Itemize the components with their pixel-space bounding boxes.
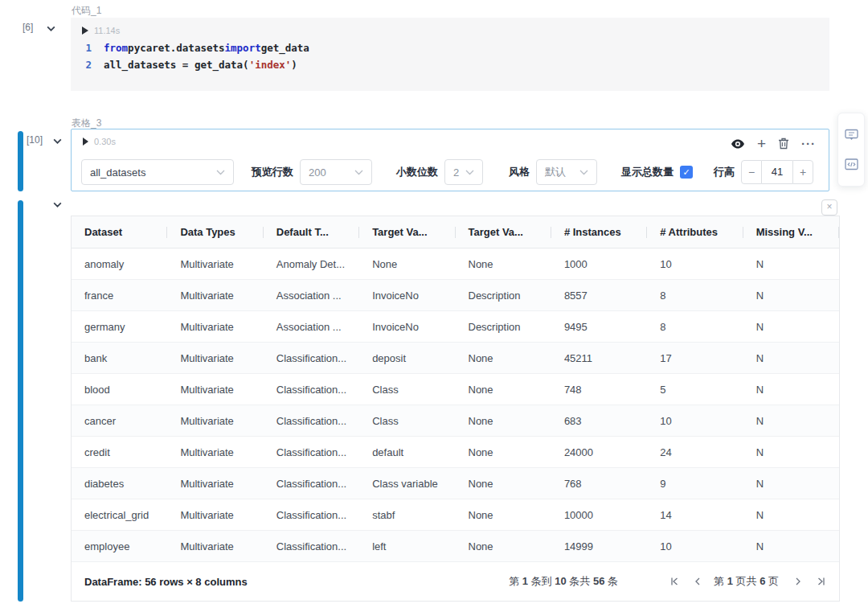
table-cell: 5 (647, 384, 743, 396)
decimals-label: 小数位数 (396, 165, 438, 179)
last-page-button[interactable] (817, 577, 826, 586)
chevron-down-icon (216, 170, 225, 175)
eye-icon[interactable] (731, 138, 745, 150)
row-height-label: 行高 (714, 165, 735, 179)
code-line: 2all_datasets = get_data('index') (79, 56, 829, 73)
code-runtime: 11.14s (94, 26, 120, 35)
table-cell: None (456, 258, 551, 270)
run-table-icon[interactable] (83, 138, 88, 146)
table-cell: N (743, 415, 839, 427)
row-range-text: 第 1 条到 10 条共 56 条 (509, 574, 618, 589)
page-indicator-text: 第 1 页共 6 页 (714, 574, 779, 589)
column-header: Dataset (72, 216, 167, 248)
table-cell: credit (72, 446, 167, 458)
table-runtime: 0.30s (94, 137, 116, 146)
output-collapse-chevron-icon[interactable] (52, 199, 63, 210)
style-value: 默认 (545, 165, 566, 179)
table-cell: Multivariate (167, 478, 263, 490)
table-cell: Classification... (264, 540, 359, 552)
table-cell: diabetes (72, 478, 167, 490)
table-cell: bank (72, 352, 167, 364)
table-cell: InvoiceNo (359, 290, 455, 302)
table-cell: Multivariate (167, 321, 263, 333)
table-cell: 45211 (551, 352, 647, 364)
table-cell: Multivariate (167, 540, 263, 552)
style-select[interactable]: 默认 (536, 159, 597, 185)
dataset-select-value: all_datasets (90, 166, 145, 179)
table-cell: 1000 (551, 258, 647, 270)
cell-focus-bar[interactable] (18, 131, 23, 191)
table-cell: 24000 (551, 446, 647, 458)
table-cell: 10000 (551, 509, 647, 521)
table-cell-toolbar: 0.30s + ··· all_datasets 预览行数 200 小数位数 (71, 129, 829, 191)
table-cell: Description (456, 290, 551, 302)
table-cell: N (743, 290, 839, 302)
table-cell: Classification... (264, 384, 359, 396)
ellipsis-icon[interactable]: ··· (801, 137, 816, 150)
table-cell: 9495 (551, 321, 647, 333)
table-row: germanyMultivariateAssociation ...Invoic… (72, 311, 839, 343)
trash-icon[interactable] (778, 138, 789, 150)
table-cell: Multivariate (167, 509, 263, 521)
table-cell: 17 (647, 352, 743, 364)
code-editor[interactable]: 11.14s 1from pycaret.datasets import get… (71, 18, 829, 91)
table-cell: france (72, 290, 167, 302)
code-window-icon[interactable] (844, 158, 859, 171)
comment-icon[interactable] (844, 128, 859, 142)
table-collapse-chevron-icon[interactable] (52, 135, 63, 146)
table-cell: 8 (647, 321, 743, 333)
table-cell: N (743, 446, 839, 458)
row-height-decrease-button[interactable]: − (741, 160, 762, 184)
preview-rows-label: 预览行数 (252, 165, 293, 179)
table-cell: anomaly (72, 258, 167, 270)
dataframe-grid: DatasetData TypesDefault T...Target Va..… (71, 216, 840, 602)
table-cell: left (359, 540, 455, 552)
preview-rows-select[interactable]: 200 (300, 159, 372, 185)
table-cell: None (456, 446, 551, 458)
table-cell: 10 (647, 540, 743, 552)
next-page-button[interactable] (795, 577, 802, 586)
previous-page-button[interactable] (694, 577, 701, 586)
grid-body: anomalyMultivariateAnomaly Det...NoneNon… (72, 248, 839, 562)
table-cell: None (456, 384, 551, 396)
table-cell: Classification... (264, 509, 359, 521)
table-cell: N (743, 352, 839, 364)
row-height-stepper: − 41 + (741, 160, 813, 184)
table-cell: blood (72, 384, 167, 396)
show-total-checkbox[interactable]: ✓ (680, 166, 693, 179)
table-cell: 8 (647, 290, 743, 302)
table-cell: None (456, 478, 551, 490)
table-cell: cancer (72, 415, 167, 427)
table-cell: 10 (647, 258, 743, 270)
table-cell: Multivariate (167, 415, 263, 427)
table-cell: N (743, 321, 839, 333)
table-cell: None (456, 415, 551, 427)
code-lines: 1from pycaret.datasets import get_data2a… (71, 39, 829, 73)
notebook-page: 代码_1 [6] 11.14s 1from pycaret.datasets i… (0, 0, 868, 612)
table-row: cancerMultivariateClassification...Class… (72, 405, 839, 437)
decimals-select[interactable]: 2 (444, 159, 483, 185)
chevron-down-icon (354, 170, 363, 175)
table-cell: Multivariate (167, 352, 263, 364)
line-number: 1 (79, 39, 92, 56)
table-row: bankMultivariateClassification...deposit… (72, 343, 839, 374)
row-height-increase-button[interactable]: + (792, 160, 813, 184)
code-collapse-chevron-icon[interactable] (46, 23, 57, 34)
table-cell: InvoiceNo (359, 321, 455, 333)
table-cell: Classification... (264, 352, 359, 364)
output-focus-bar[interactable] (18, 200, 23, 602)
first-page-button[interactable] (669, 577, 679, 586)
table-cell: Class variable (359, 478, 455, 490)
style-label: 风格 (509, 165, 530, 179)
dataset-select[interactable]: all_datasets (81, 159, 234, 185)
plus-icon[interactable]: + (757, 138, 766, 150)
run-code-icon[interactable] (82, 27, 88, 35)
code-execution-count: [6] (23, 22, 33, 33)
column-header: Data Types (167, 216, 263, 248)
table-cell: 9 (647, 478, 743, 490)
table-row: employeeMultivariateClassification...lef… (72, 531, 839, 562)
table-cell: N (743, 384, 839, 396)
row-height-value[interactable]: 41 (762, 160, 792, 184)
table-cell: 8557 (551, 290, 647, 302)
close-output-button[interactable]: × (821, 199, 837, 216)
